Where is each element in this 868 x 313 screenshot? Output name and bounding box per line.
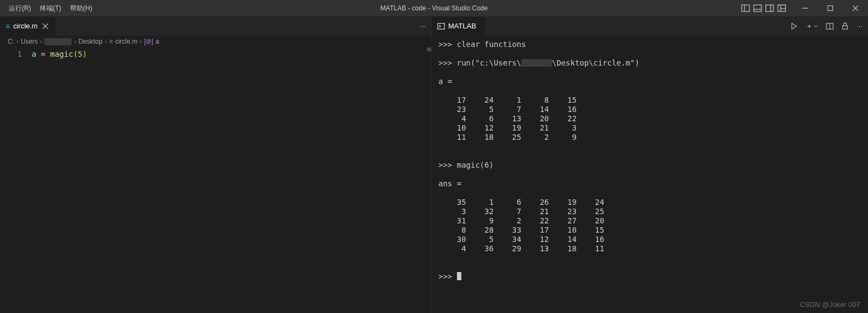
svg-rect-2 bbox=[754, 5, 761, 11]
svg-marker-18 bbox=[792, 23, 797, 29]
menu-terminal[interactable]: 终端(T) bbox=[36, 2, 66, 15]
breadcrumb-seg[interactable]: C: bbox=[8, 38, 14, 45]
svg-rect-4 bbox=[766, 5, 773, 11]
add-icon[interactable]: ＋ bbox=[806, 21, 818, 31]
chevron-right-icon: › bbox=[74, 38, 76, 45]
svg-rect-10 bbox=[828, 6, 833, 11]
svg-rect-21 bbox=[843, 26, 848, 29]
breadcrumb[interactable]: C:› Users› › Desktop› ≡ circle.m› [⊘] a bbox=[0, 36, 431, 48]
editor[interactable]: 1 a = magic(5) bbox=[0, 48, 431, 313]
layout-panel-right-icon[interactable] bbox=[765, 4, 774, 13]
editor-pane: ≡ circle.m ··· C:› Users› › Desktop› ≡ c… bbox=[0, 16, 432, 313]
close-button[interactable] bbox=[843, 0, 868, 16]
breadcrumb-seg[interactable]: Users bbox=[21, 38, 38, 45]
close-icon[interactable] bbox=[41, 22, 50, 31]
layout-icons bbox=[741, 4, 793, 13]
terminal-tab-actions: ＋ ··· bbox=[790, 21, 863, 31]
watermark: CSDN @Joker 007 bbox=[800, 300, 860, 309]
tab-label: MATLAB bbox=[448, 22, 476, 30]
terminal-output[interactable]: >>> clear functions >>> run("c:\Users\\D… bbox=[432, 36, 868, 313]
layout-panel-left-icon[interactable] bbox=[741, 4, 750, 13]
breadcrumb-redacted bbox=[44, 38, 72, 45]
terminal-cursor bbox=[457, 272, 461, 280]
breadcrumb-seg[interactable]: circle.m bbox=[115, 38, 137, 45]
svg-rect-0 bbox=[742, 5, 749, 11]
maximize-button[interactable] bbox=[818, 0, 843, 16]
breadcrumb-seg[interactable]: Desktop bbox=[78, 38, 102, 45]
editor-tabbar: ≡ circle.m ··· bbox=[0, 16, 431, 36]
terminal-tabbar: MATLAB ＋ ··· bbox=[432, 16, 868, 36]
titlebar: 运行(R) 终端(T) 帮助(H) MATLAB - code - Visual… bbox=[0, 0, 868, 16]
chevron-right-icon: › bbox=[40, 38, 42, 45]
layout-customize-icon[interactable] bbox=[777, 4, 786, 13]
split-editor-icon[interactable] bbox=[826, 22, 834, 30]
window-controls bbox=[793, 0, 868, 16]
menu-help[interactable]: 帮助(H) bbox=[66, 2, 97, 15]
breadcrumb-seg[interactable]: a bbox=[155, 38, 159, 45]
matlab-file-icon: ≡ bbox=[5, 22, 10, 31]
layout-panel-bottom-icon[interactable] bbox=[753, 4, 762, 13]
redacted-user bbox=[521, 59, 552, 67]
chevron-right-icon: › bbox=[104, 38, 107, 45]
window-title: MATLAB - code - Visual Studio Code bbox=[380, 4, 488, 12]
more-icon[interactable]: ··· bbox=[857, 22, 863, 30]
minimize-button[interactable] bbox=[793, 0, 818, 16]
tab-circle-m[interactable]: ≡ circle.m bbox=[0, 16, 55, 36]
tab-label: circle.m bbox=[13, 22, 38, 30]
title-right bbox=[741, 0, 868, 16]
svg-rect-6 bbox=[778, 5, 785, 11]
code-line: a = magic(5) bbox=[32, 49, 431, 60]
tab-matlab-terminal[interactable]: MATLAB bbox=[432, 16, 485, 36]
main-split: ≡ circle.m ··· C:› Users› › Desktop› ≡ c… bbox=[0, 16, 868, 313]
code-area[interactable]: a = magic(5) bbox=[32, 49, 431, 313]
matlab-file-icon: ≡ bbox=[109, 38, 113, 45]
more-icon[interactable]: ··· bbox=[420, 22, 426, 30]
minimap[interactable] bbox=[427, 48, 431, 51]
terminal-run-icon bbox=[437, 22, 445, 30]
chevron-right-icon: › bbox=[140, 38, 142, 45]
lock-icon[interactable] bbox=[841, 22, 849, 30]
editor-tab-actions: ··· bbox=[420, 22, 426, 30]
run-icon[interactable] bbox=[790, 22, 798, 30]
chevron-right-icon: › bbox=[16, 38, 19, 45]
menu-bar: 运行(R) 终端(T) 帮助(H) bbox=[0, 2, 97, 15]
line-number: 1 bbox=[0, 49, 22, 60]
menu-run[interactable]: 运行(R) bbox=[4, 2, 36, 15]
chevron-down-icon bbox=[814, 24, 818, 28]
terminal-pane: MATLAB ＋ ··· >>> clear functions >>> run… bbox=[432, 16, 868, 313]
symbol-variable-icon: [⊘] bbox=[144, 38, 154, 45]
gutter: 1 bbox=[0, 49, 32, 313]
